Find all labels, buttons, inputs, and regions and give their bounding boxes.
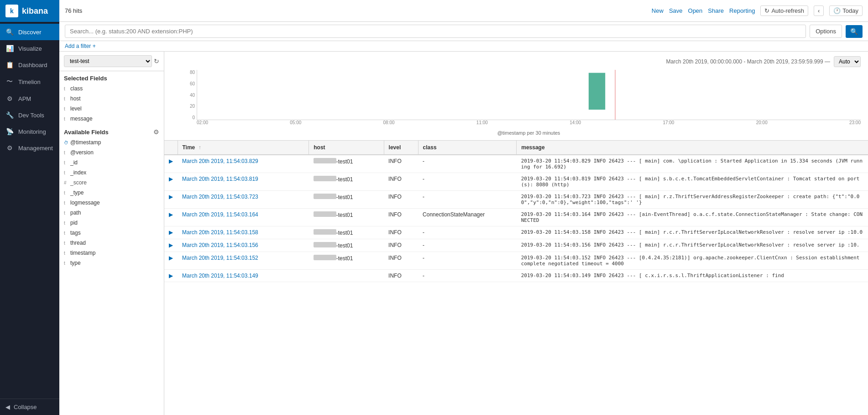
auto-refresh-label: Auto-refresh [771, 7, 804, 14]
index-dropdown[interactable]: test-test [64, 55, 152, 67]
field-item-score[interactable]: # _score [59, 178, 164, 188]
sidebar-collapse[interactable]: ◀ Collapse [0, 399, 59, 415]
field-name-pid: pid [70, 220, 78, 226]
open-button[interactable]: Open [688, 7, 703, 14]
expand-button[interactable]: ▶ [169, 194, 173, 200]
field-item-logmessage[interactable]: t logmessage [59, 198, 164, 208]
sidebar: k kibana 🔍 Discover 📊 Visualize 📋 Dashbo… [0, 0, 59, 415]
expand-button[interactable]: ▶ [169, 211, 173, 218]
chart-svg [197, 70, 861, 120]
interval-select[interactable]: Auto [834, 56, 861, 67]
field-item-id[interactable]: t _id [59, 158, 164, 168]
sidebar-item-apm[interactable]: ⚙ APM [0, 90, 59, 107]
time-cell: March 20th 2019, 11:54:03.723 [178, 191, 309, 209]
expand-cell: ▶ [164, 173, 178, 191]
share-button[interactable]: Share [708, 7, 724, 14]
sidebar-item-timelion[interactable]: 〜 Timelion [0, 73, 59, 90]
search-input[interactable] [65, 25, 806, 38]
field-type-timestamp: ⏱ [64, 140, 68, 145]
sidebar-item-discover[interactable]: 🔍 Discover [0, 24, 59, 40]
field-item-pid[interactable]: t pid [59, 218, 164, 228]
sidebar-item-monitoring[interactable]: 📡 Monitoring [0, 123, 59, 140]
host-cell: -test01 [309, 252, 384, 270]
topbar-actions: New Save Open Share Reporting ↻ Auto-ref… [652, 5, 863, 16]
reporting-button[interactable]: Reporting [729, 7, 755, 14]
right-panel: March 20th 2019, 00:00:00.000 - March 20… [164, 52, 868, 415]
sidebar-item-label: Visualize [18, 45, 42, 52]
col-header-time[interactable]: Time ↑ [178, 141, 309, 155]
available-fields-title: Available Fields [64, 129, 109, 136]
expand-button[interactable]: ▶ [169, 255, 173, 261]
field-type-level: t [64, 106, 68, 111]
field-item-message[interactable]: t message [59, 114, 164, 124]
field-item-timestamp2[interactable]: t timestamp [59, 248, 164, 258]
sidebar-item-label: Timelion [18, 79, 41, 85]
chart-bar-main [589, 73, 605, 110]
time-cell: March 20th 2019, 11:54:03.164 [178, 209, 309, 226]
save-button[interactable]: Save [669, 7, 683, 14]
sidebar-item-management[interactable]: ⚙ Management [0, 140, 59, 156]
field-item-timestamp[interactable]: ⏱ @timestamp [59, 137, 164, 147]
message-cell: 2019-03-20 11:54:03.723 INFO 26423 --- [… [517, 191, 868, 209]
field-type-host: t [64, 96, 68, 101]
message-cell: 2019-03-20 11:54:03.152 INFO 26423 --- [… [517, 252, 868, 270]
class-cell: - [418, 239, 517, 252]
field-type-id: t [64, 160, 68, 165]
field-item-level[interactable]: t level [59, 104, 164, 114]
table-row: ▶ March 20th 2019, 11:54:03.819 -test01 … [164, 173, 868, 191]
today-button[interactable]: 🕐 Today [829, 5, 863, 16]
fields-settings-button[interactable]: ⚙ [153, 128, 159, 136]
sidebar-item-devtools[interactable]: 🔧 Dev Tools [0, 107, 59, 123]
expand-button[interactable]: ▶ [169, 242, 173, 248]
add-filter-button[interactable]: Add a filter + [65, 43, 96, 49]
today-label: Today [842, 7, 858, 14]
chart-y-label-60: 60 [190, 81, 197, 86]
chart-x-label-23: 23:00 [849, 120, 861, 129]
sidebar-item-visualize[interactable]: 📊 Visualize [0, 40, 59, 57]
col-header-message[interactable]: message [517, 141, 868, 155]
message-cell: 2019-03-20 11:54:03.149 INFO 26423 --- [… [517, 270, 868, 282]
new-button[interactable]: New [652, 7, 664, 14]
expand-button[interactable]: ▶ [169, 229, 173, 236]
expand-button[interactable]: ▶ [169, 158, 173, 164]
time-cell: March 20th 2019, 11:54:03.829 [178, 155, 309, 173]
auto-refresh-button[interactable]: ↻ Auto-refresh [760, 5, 808, 16]
options-button[interactable]: Options [810, 25, 842, 38]
chart-x-label-17: 17:00 [663, 120, 674, 129]
chart-x-label-11: 11:00 [476, 120, 488, 129]
app-logo[interactable]: k kibana [0, 0, 59, 22]
field-item-version[interactable]: t @version [59, 147, 164, 158]
field-item-type2[interactable]: t type [59, 258, 164, 268]
field-type-version: t [64, 150, 68, 155]
field-type-pid: t [64, 221, 68, 226]
devtools-icon: 🔧 [5, 111, 14, 119]
expand-cell: ▶ [164, 155, 178, 173]
refresh-fields-button[interactable]: ↻ [154, 58, 159, 65]
col-header-host[interactable]: host [309, 141, 384, 155]
field-type-timestamp2: t [64, 251, 68, 256]
management-icon: ⚙ [5, 144, 14, 152]
field-item-thread[interactable]: t thread [59, 238, 164, 248]
search-button[interactable]: 🔍 [846, 25, 863, 38]
expand-button[interactable]: ▶ [169, 176, 173, 182]
sidebar-item-dashboard[interactable]: 📋 Dashboard [0, 57, 59, 73]
sidebar-item-label: Discover [18, 29, 42, 36]
field-item-type[interactable]: t _type [59, 188, 164, 198]
field-item-index[interactable]: t _index [59, 168, 164, 178]
col-header-level[interactable]: level [384, 141, 418, 155]
field-item-host[interactable]: t host [59, 94, 164, 104]
sidebar-item-label: Dev Tools [18, 112, 44, 119]
chart-x-label-08: 08:00 [383, 120, 395, 129]
field-type-type: t [64, 190, 68, 195]
field-item-path[interactable]: t path [59, 208, 164, 218]
field-item-class[interactable]: t class [59, 84, 164, 94]
prev-button[interactable]: ‹ [814, 5, 824, 16]
field-name-index: _index [70, 169, 86, 176]
field-type-type2: t [64, 261, 68, 266]
expand-button[interactable]: ▶ [169, 273, 173, 279]
field-name-path: path [70, 210, 81, 216]
clock-icon: 🕐 [833, 7, 841, 14]
col-header-class[interactable]: class [418, 141, 517, 155]
chart-plot [197, 70, 861, 120]
field-item-tags[interactable]: t tags [59, 228, 164, 238]
